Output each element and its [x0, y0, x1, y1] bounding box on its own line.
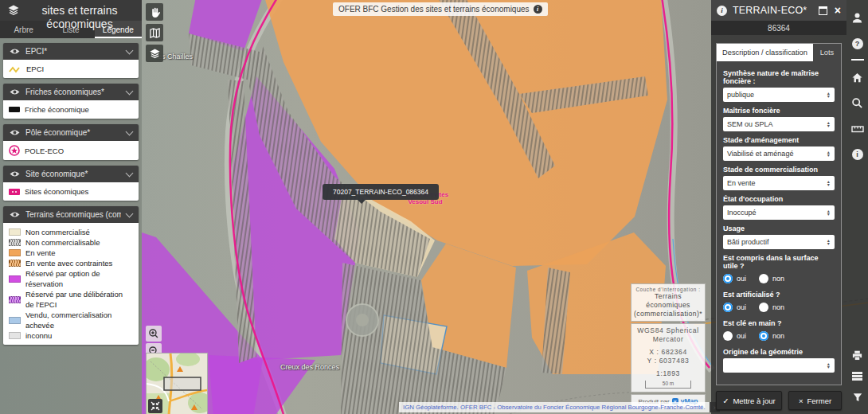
update-button[interactable]: ✓ Mettre à jour	[716, 391, 782, 410]
legend-section-title: Site économique*	[25, 170, 121, 178]
banner-info-icon[interactable]: i	[534, 5, 542, 14]
help-button[interactable]: ?	[850, 37, 864, 50]
sidebar-tabs: Arbre Liste Légende	[0, 21, 142, 38]
info-button[interactable]: i	[850, 147, 864, 161]
eye-icon[interactable]	[10, 48, 20, 55]
legend-section-friches: Friches économiques* Friche économique	[3, 84, 139, 119]
radio-dot-selected[interactable]	[723, 303, 733, 312]
query-layer-caption: Couche d'interrogation :	[633, 287, 703, 292]
radio-non[interactable]: non	[759, 274, 784, 283]
radio-group-surface-utile: Est compris dans la surface utile ? oui …	[723, 254, 835, 283]
field-synthese: Synthèse nature de maîtrise foncière : p…	[723, 69, 835, 102]
select-arrows-icon: ▲▼	[827, 180, 831, 186]
radio-dot[interactable]	[759, 274, 768, 283]
radio-dot-selected[interactable]	[723, 274, 733, 283]
attribute-table-button[interactable]	[850, 369, 864, 383]
etat-occupation-select[interactable]: Inoccupé ▲▼	[723, 205, 835, 220]
close-icon[interactable]: ×	[835, 6, 841, 15]
radio-non[interactable]: non	[759, 331, 784, 341]
eye-icon[interactable]	[10, 170, 20, 178]
synthese-select[interactable]: publique ▲▼	[723, 88, 835, 102]
field-label: Stade de commercialisation	[723, 166, 835, 174]
print-button[interactable]	[850, 349, 864, 362]
feature-id: 86364	[711, 21, 846, 35]
legend-item-label: Vendu, commercialisation achevée	[25, 310, 133, 330]
layers-button[interactable]	[146, 45, 163, 62]
stade-commercialisation-select[interactable]: En vente ▲▼	[723, 176, 835, 190]
coordinate-x: X : 682364	[633, 348, 703, 357]
status-swatch	[9, 239, 21, 246]
eye-icon[interactable]	[10, 129, 20, 136]
close-button[interactable]: × Fermer	[788, 391, 842, 410]
eye-icon[interactable]	[10, 88, 20, 96]
tab-legende[interactable]: Légende	[95, 21, 142, 38]
legend-section-title: Friches économiques*	[25, 88, 121, 96]
status-swatch	[9, 275, 21, 283]
legend-item-sites: Sites économiques	[9, 186, 133, 197]
legend-item-label: Friche économique	[25, 104, 89, 115]
select-value: Inoccupé	[727, 209, 757, 217]
radio-label: non	[772, 303, 784, 311]
zoom-in-button[interactable]	[146, 326, 162, 342]
help-icon: ?	[852, 38, 863, 49]
tab-lots[interactable]: Lots	[813, 44, 841, 61]
radio-non[interactable]: non	[759, 303, 784, 312]
filter-button[interactable]	[850, 390, 864, 404]
chevron-down-icon	[126, 209, 134, 217]
chevron-down-icon	[126, 169, 134, 177]
radio-group-label: Est clé en main ?	[723, 319, 835, 327]
legend-section-friches-header[interactable]: Friches économiques*	[3, 84, 139, 100]
search-button[interactable]	[850, 96, 864, 110]
field-stade-amenagement: Stade d'aménagement Viabilisé et aménagé…	[723, 136, 835, 161]
legend-section-epci-header[interactable]: EPCI*	[3, 43, 139, 60]
field-label: Usage	[723, 225, 835, 232]
legend-item: Réservé par option de réservation	[9, 268, 133, 289]
collapse-arrows-icon	[151, 401, 160, 411]
projection-name-line2: Mercator	[633, 335, 703, 344]
legend-section-title: Pôle économique*	[25, 128, 121, 137]
pan-tool-button[interactable]	[146, 3, 163, 21]
overview-map[interactable]	[146, 353, 208, 414]
status-swatch	[9, 332, 21, 339]
radio-oui[interactable]: oui	[723, 331, 746, 341]
select-arrows-icon: ▲▼	[827, 150, 831, 157]
maximize-icon[interactable]	[819, 6, 827, 15]
field-label: Stade d'aménagement	[723, 136, 835, 144]
select-arrows-icon: ▲▼	[827, 92, 831, 98]
close-button-label: Fermer	[807, 396, 832, 405]
field-usage: Usage Bâti productif ▲▼	[723, 225, 835, 249]
radio-label: oui	[737, 303, 746, 311]
tab-description-classification[interactable]: Description / classification	[717, 44, 813, 61]
user-icon	[851, 12, 863, 24]
basemap-button[interactable]	[146, 24, 163, 41]
select-value: publique	[727, 91, 754, 99]
radio-dot[interactable]	[723, 331, 733, 341]
check-icon: ✓	[722, 396, 729, 405]
overview-collapse-button[interactable]	[148, 399, 162, 413]
legend-section-site-header[interactable]: Site économique*	[3, 166, 139, 182]
layers-sidebar: sites et terrains économiques Arbre List…	[0, 0, 142, 414]
tab-arbre[interactable]: Arbre	[0, 21, 47, 38]
radio-dot-selected[interactable]	[759, 331, 768, 341]
stade-amenagement-select[interactable]: Viabilisé et aménagé ▲▼	[723, 146, 835, 161]
radio-oui[interactable]: oui	[723, 274, 746, 283]
home-button[interactable]	[850, 71, 864, 84]
user-button[interactable]	[850, 11, 864, 25]
tab-liste[interactable]: Liste	[47, 21, 94, 38]
attribution-text: IGN Géoplateforme. OFER BFC - Observatoi…	[399, 402, 710, 412]
maitrise-select[interactable]: SEM ou SPLA ▲▼	[723, 117, 835, 131]
usage-select[interactable]: Bâti productif ▲▼	[723, 235, 835, 249]
radio-oui[interactable]: oui	[723, 303, 746, 312]
feature-form-card: Description / classification Lots Synthè…	[716, 43, 842, 385]
eye-icon[interactable]	[10, 211, 20, 218]
radio-dot[interactable]	[759, 303, 768, 312]
chevron-down-icon	[126, 127, 134, 135]
origine-geometrie-select[interactable]: ▲▼	[723, 358, 835, 373]
legend-section-title: EPCI*	[25, 47, 121, 56]
legend-section-pole-header[interactable]: Pôle économique*	[3, 124, 139, 141]
app-banner: OFER BFC Gestion des sites et terrains é…	[333, 2, 548, 16]
measure-button[interactable]	[850, 122, 864, 135]
radio-label: oui	[737, 332, 746, 340]
legend-section-terrains-header[interactable]: Terrains économiques (comme...	[3, 206, 139, 223]
legend-item-friche: Friche économique	[9, 104, 133, 115]
